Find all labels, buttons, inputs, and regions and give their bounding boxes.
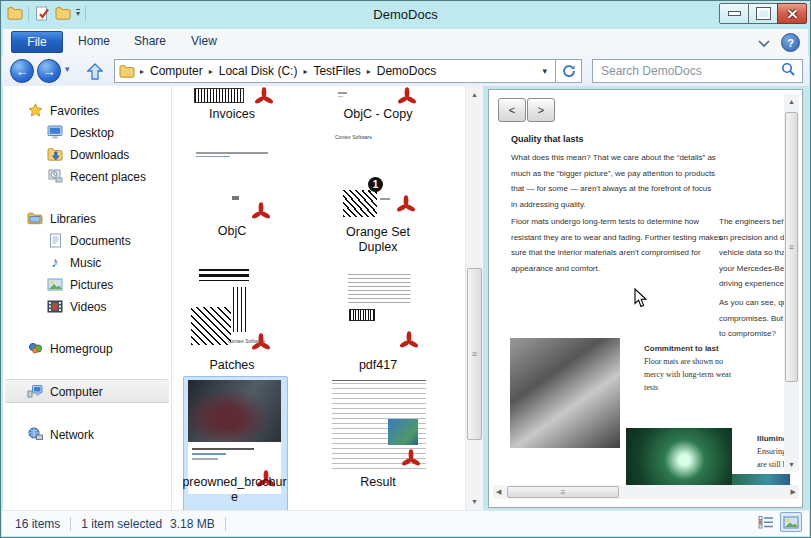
preview-paragraph: Floor mats undergo long-term tests to de… (511, 214, 723, 276)
pdf-thumbnail (196, 152, 268, 154)
tab-share[interactable]: Share (134, 34, 166, 48)
sidebar-item-label: Downloads (70, 147, 129, 162)
scrollbar-thumb[interactable]: ≡ (467, 268, 482, 440)
breadcrumb-local-disk[interactable]: Local Disk (C:) (218, 64, 299, 78)
tab-file[interactable]: File (11, 31, 63, 53)
minimize-button[interactable] (719, 3, 749, 24)
preview-horizontal-scrollbar[interactable]: ◀ ≡ ▶ (493, 485, 799, 499)
barcode-graphic (191, 307, 231, 345)
qat-customize-icon[interactable]: ▾ (76, 9, 80, 18)
explorer-window: ▾ DemoDocs File Home Share View ? ← → ▾ (0, 0, 811, 538)
downloads-icon (47, 146, 63, 162)
window-title: DemoDocs (151, 7, 660, 22)
breadcrumb-testfiles[interactable]: TestFiles (312, 64, 361, 78)
file-name: preowned_brochure (182, 475, 287, 505)
preview-vertical-scrollbar[interactable]: ▲ ≡ ▼ (784, 94, 799, 472)
thumbnail-text: Contex Software (335, 134, 372, 140)
sidebar-item-documents[interactable]: Documents (3, 229, 171, 251)
details-view-icon (758, 515, 774, 529)
forward-button[interactable]: → (37, 59, 61, 83)
back-arrow-icon: ← (16, 64, 29, 79)
sidebar-item-favorites[interactable]: Favorites (3, 99, 171, 121)
app-folder-icon (7, 5, 23, 21)
up-button[interactable] (84, 61, 106, 81)
sidebar-item-music[interactable]: ♪ Music (3, 251, 171, 273)
sidebar-item-homegroup[interactable]: Homegroup (3, 337, 171, 359)
expand-ribbon-chevron-icon[interactable] (757, 34, 771, 52)
scroll-down-icon[interactable]: ▼ (466, 498, 483, 505)
sidebar-item-videos[interactable]: Videos (3, 295, 171, 317)
navigation-bar: ← → ▾ ▸ Computer ▸ Local Disk (C:) ▸ Tes… (2, 56, 809, 87)
title-bar: ▾ DemoDocs (1, 1, 810, 29)
mouse-cursor (634, 288, 648, 312)
sidebar-item-label: Libraries (50, 211, 96, 226)
address-dropdown-icon[interactable]: ▾ (534, 66, 555, 76)
recent-pages-dropdown-icon[interactable]: ▾ (65, 64, 70, 74)
scrollbar-thumb[interactable]: ≡ (507, 486, 619, 498)
breadcrumb-separator-icon: ▸ (298, 67, 312, 76)
breadcrumb-computer[interactable]: Computer (149, 64, 204, 78)
scrollbar-thumb[interactable]: ≡ (785, 112, 798, 382)
pdf-file-icon (250, 333, 272, 353)
search-input[interactable] (593, 64, 774, 78)
pdf-thumbnail (194, 88, 244, 103)
pdf-file-icon (250, 202, 272, 222)
sidebar-item-label: Videos (70, 299, 106, 314)
sidebar-item-computer[interactable]: Computer (5, 379, 169, 403)
pdf-thumbnail (338, 92, 347, 94)
scroll-down-icon[interactable]: ▼ (784, 461, 799, 468)
machinery-photo (510, 338, 620, 448)
back-button[interactable]: ← (10, 59, 34, 83)
barcode-graphic (233, 287, 247, 332)
refresh-button[interactable] (555, 60, 581, 82)
breadcrumb-demodocs[interactable]: DemoDocs (376, 64, 437, 78)
toolbar-separator (28, 6, 29, 21)
help-icon[interactable]: ? (781, 33, 800, 52)
sidebar-item-desktop[interactable]: Desktop (3, 121, 171, 143)
large-icons-view-button[interactable] (780, 512, 802, 532)
sidebar-item-recent-places[interactable]: Recent places (3, 165, 171, 187)
search-icon[interactable] (774, 62, 802, 80)
barcode-graphic (199, 269, 249, 281)
ribbon-tab-bar: File Home Share View ? (3, 29, 808, 56)
libraries-icon (27, 210, 43, 226)
file-name: ObjC (177, 224, 287, 239)
previous-page-button[interactable]: < (498, 98, 526, 122)
file-name: Patches (177, 358, 287, 373)
properties-icon[interactable] (34, 5, 50, 21)
sidebar-item-network[interactable]: Network (3, 423, 171, 445)
pdf-file-icon (398, 331, 420, 351)
lab-photo (626, 428, 732, 486)
file-name: Result (323, 475, 433, 490)
pictures-icon (47, 276, 63, 292)
sidebar-item-label: Favorites (50, 103, 99, 118)
scroll-left-icon[interactable]: ◀ (496, 488, 501, 496)
new-folder-icon[interactable] (55, 5, 71, 21)
result-thumbnail-image (388, 419, 418, 445)
scroll-up-icon[interactable]: ▲ (466, 91, 483, 98)
sidebar-item-label: Recent places (70, 169, 146, 184)
sidebar-item-label: Music (70, 255, 101, 270)
sidebar-item-label: Computer (50, 384, 103, 399)
address-folder-icon (119, 63, 135, 79)
scroll-right-icon[interactable]: ▶ (791, 488, 796, 496)
breadcrumb-separator-icon: ▸ (204, 67, 218, 76)
details-view-button[interactable] (755, 512, 777, 532)
tab-home[interactable]: Home (78, 34, 110, 48)
grip-icon: ≡ (561, 488, 566, 497)
close-button[interactable] (777, 3, 807, 24)
next-page-button[interactable]: > (527, 98, 555, 122)
forward-arrow-icon: → (43, 64, 56, 79)
pdf-file-icon (396, 87, 418, 107)
sidebar-item-downloads[interactable]: Downloads (3, 143, 171, 165)
status-separator (70, 517, 71, 531)
tab-view[interactable]: View (191, 34, 217, 48)
sidebar-item-pictures[interactable]: Pictures (3, 273, 171, 295)
barcode-graphic (349, 309, 375, 321)
scroll-up-icon[interactable]: ▲ (784, 98, 799, 105)
file-list-scrollbar[interactable]: ▲ ≡ ▼ (465, 86, 483, 510)
address-bar[interactable]: ▸ Computer ▸ Local Disk (C:) ▸ TestFiles… (114, 59, 582, 83)
maximize-button[interactable] (748, 3, 778, 24)
breadcrumb-separator-icon: ▸ (362, 67, 376, 76)
sidebar-item-libraries[interactable]: Libraries (3, 207, 171, 229)
